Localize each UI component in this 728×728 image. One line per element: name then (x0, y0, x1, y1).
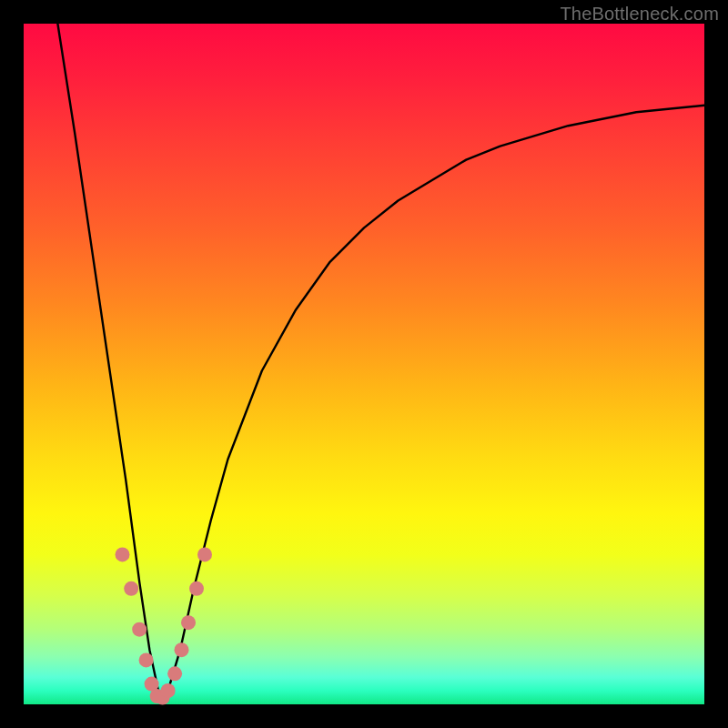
watermark-text: TheBottleneck.com (560, 4, 719, 25)
curve-path (57, 24, 704, 698)
marker-dot (181, 615, 196, 630)
marker-dot (124, 581, 138, 596)
marker-dot (197, 547, 212, 561)
marker-dot (175, 642, 189, 657)
marker-dot (189, 581, 204, 596)
marker-dot (132, 622, 147, 637)
marker-dot (167, 666, 182, 681)
bottleneck-curve (57, 24, 704, 698)
marker-dot (139, 652, 154, 667)
plot-area (24, 24, 704, 704)
marker-dot (161, 683, 176, 698)
chart-frame: TheBottleneck.com (0, 0, 728, 728)
marker-dot (116, 547, 130, 561)
curve-layer (24, 24, 704, 704)
